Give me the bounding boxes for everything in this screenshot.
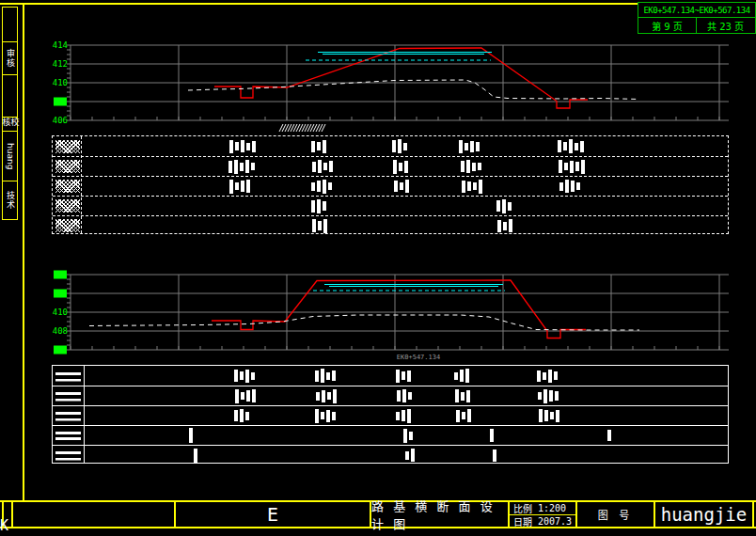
table-row [53, 386, 728, 405]
value-bar [454, 372, 458, 380]
value-bar [407, 370, 411, 382]
value-bar [473, 182, 477, 190]
row-label-block [55, 411, 81, 421]
value-bar [317, 142, 321, 150]
value-text-cluster [490, 426, 496, 445]
value-bar [241, 181, 244, 192]
value-bar [396, 370, 400, 383]
lower-data-table [52, 365, 729, 464]
value-text-cluster [229, 177, 252, 196]
value-bar [189, 428, 193, 443]
value-bar [537, 370, 541, 382]
value-bar [405, 451, 409, 460]
value-bar [538, 392, 542, 400]
value-bar [241, 392, 244, 400]
value-bar [241, 140, 244, 152]
value-bar [411, 449, 415, 462]
title-bar: E 路 基 横 断 面 设 计 图 比例 1:200 日期 2007.3 图 号… [0, 500, 756, 528]
value-bar [245, 412, 249, 420]
station-label: EK0+547.134 [397, 354, 440, 361]
value-text-cluster [235, 386, 258, 405]
value-bar [465, 369, 469, 383]
row-label-block [55, 450, 81, 461]
value-bar [402, 371, 405, 380]
sheet-number-label: 图 号 [575, 502, 654, 527]
value-text-cluster [539, 406, 561, 425]
value-bar [315, 370, 319, 382]
value-bar [321, 412, 324, 419]
value-bar [408, 392, 412, 400]
value-bar [393, 160, 397, 174]
value-text-cluster [315, 366, 338, 386]
value-bar [559, 160, 562, 173]
value-bar [490, 429, 494, 442]
cad-canvas[interactable]: 审核校核huang技术 EK0+547.134~EK0+567.134 第 9 … [0, 0, 756, 536]
value-bar [332, 370, 336, 381]
value-bar [493, 449, 496, 462]
value-bar [571, 181, 575, 192]
label-column-separator [84, 366, 85, 463]
value-bar [240, 371, 244, 380]
value-bar [235, 389, 239, 403]
value-bar [544, 410, 548, 421]
value-text-cluster [312, 157, 335, 176]
value-text-cluster [396, 366, 413, 386]
value-bar [476, 142, 480, 151]
row-label-block [55, 391, 81, 402]
grip-box [54, 98, 67, 106]
value-bar [322, 390, 325, 402]
value-bar [554, 371, 558, 380]
value-bar [318, 221, 322, 230]
value-bar [403, 143, 407, 150]
value-bar [399, 163, 402, 171]
value-bar [548, 370, 552, 383]
value-bar [396, 412, 400, 420]
sidebar-tab-label: 审核 [6, 49, 14, 68]
value-bar [459, 140, 463, 153]
corner-mark: K [0, 517, 8, 534]
value-bar [479, 180, 482, 194]
value-text-cluster [405, 446, 417, 465]
sidebar-tab-label: 技术 [6, 191, 14, 210]
value-bar [569, 139, 573, 153]
value-bar [398, 139, 402, 153]
value-text-cluster [462, 177, 484, 196]
value-bar [403, 429, 407, 443]
cross-section-lower-svg: 410408EK0+547.134 [52, 267, 733, 365]
value-bar [509, 219, 512, 232]
date-label: 日期 [513, 514, 532, 528]
grip-box [54, 346, 67, 355]
scale-label: 比例 [513, 501, 532, 515]
value-text-cluster [558, 136, 586, 156]
value-bar [315, 409, 319, 423]
y-axis-label: 412 [53, 59, 68, 69]
table-row [53, 136, 728, 156]
table-row [53, 425, 728, 445]
value-bar [472, 163, 476, 171]
value-bar [465, 143, 468, 150]
value-bar [543, 389, 547, 403]
value-bar [321, 369, 324, 383]
value-bar [575, 143, 578, 150]
value-bar [407, 409, 411, 423]
value-bar [327, 392, 331, 400]
value-bar [317, 181, 321, 192]
page-indicator: 第 9 页 [638, 18, 696, 33]
value-bar [316, 392, 320, 401]
value-bar [467, 181, 471, 191]
value-bar [251, 163, 255, 170]
sidebar-tab-5: huang [2, 131, 18, 181]
value-text-cluster [312, 216, 329, 235]
value-bar [228, 161, 232, 173]
value-bar [246, 390, 250, 402]
value-text-cluster [234, 406, 251, 425]
table-row [53, 215, 728, 235]
value-text-cluster [315, 406, 338, 425]
cross-section-upper-svg: 414412410406 [52, 38, 733, 135]
value-bar [581, 160, 585, 174]
table-row [53, 176, 728, 196]
value-bar [607, 430, 611, 441]
value-bar [397, 390, 401, 402]
sidebar-tab-6: 技术 [2, 181, 18, 220]
sidebar-tab-4: 校核 [2, 117, 18, 132]
